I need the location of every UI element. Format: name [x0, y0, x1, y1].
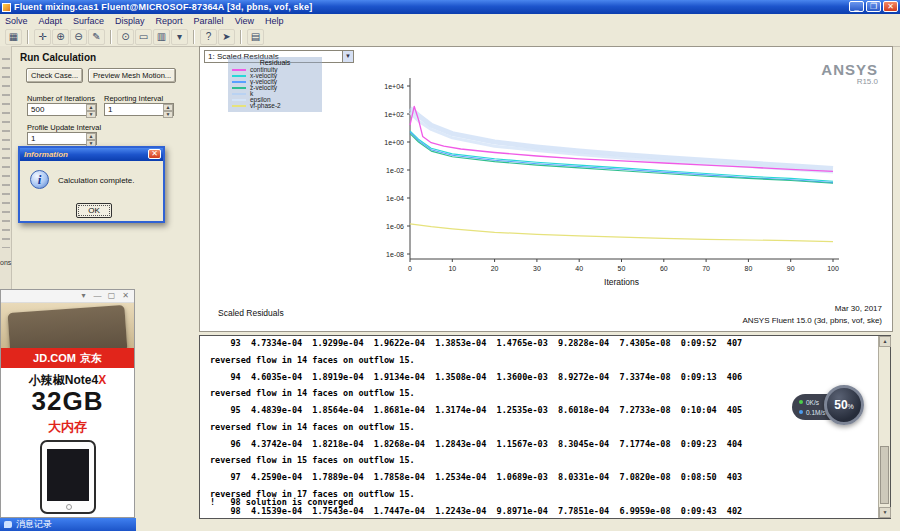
taskbar-item-label: 消息记录: [16, 518, 52, 531]
pencil-annotate-icon[interactable]: ✎: [88, 29, 105, 45]
jd-ad-popup[interactable]: ▾—▢✕ JD.COM 京东 小辣椒Note4X 32GB 大内存: [0, 289, 135, 518]
ad-minimize-icon[interactable]: —: [92, 291, 103, 302]
spin-up-icon[interactable]: ▲: [163, 104, 173, 111]
percent-ball[interactable]: 50%: [824, 385, 864, 425]
context-help-icon[interactable]: ?: [200, 29, 217, 45]
iterations-value: 500: [31, 105, 44, 114]
ad-restore-icon[interactable]: ▢: [106, 291, 117, 302]
legend-swatch-icon: [232, 105, 246, 107]
chevron-down-icon[interactable]: ▼: [342, 51, 353, 62]
x-tick-label: 80: [745, 265, 753, 272]
close-button[interactable]: ✕: [883, 1, 898, 12]
ad-close-icon[interactable]: ✕: [120, 291, 131, 302]
taskbar-message-item[interactable]: 消息记录: [0, 518, 136, 531]
preview-mesh-motion-button[interactable]: Preview Mesh Motion...: [88, 68, 176, 83]
product-name-main: 小辣椒Note4: [29, 373, 98, 387]
x-tick-label: 50: [618, 265, 626, 272]
measure-icon[interactable]: ▭: [135, 29, 152, 45]
jd-brand-en: JD.COM: [33, 352, 76, 364]
scroll-up-icon[interactable]: ▲: [879, 336, 891, 347]
network-speed-overlay[interactable]: 0K/s 0.1M/s 50%: [792, 384, 868, 428]
navigation-fragment: ons: [0, 259, 11, 266]
reporting-interval-value: 1: [108, 105, 112, 114]
x-axis-title: Iterations: [604, 277, 639, 287]
phone-screen: [47, 449, 89, 501]
case-buttons-row: Check Case... Preview Mesh Motion...: [26, 68, 176, 83]
toolbar: ▦✛⊕⊖✎⊙▭▥▾?➤▤: [0, 27, 900, 47]
percent-value: 50: [834, 398, 847, 412]
menu-bar: SolveAdaptSurfaceDisplayReportParallelVi…: [0, 14, 900, 27]
graphics-window: 1e+041e+021e+001e-021e-041e-061e-0801020…: [199, 46, 893, 332]
fluent-window: Fluent mixing.cas1 Fluent@MICROSOF-87364…: [0, 0, 900, 531]
console-line: 93 4.7334e-04 1.9299e-04 1.9622e-04 1.38…: [210, 339, 874, 347]
download-dot-icon: [799, 400, 803, 404]
legend-entry: vf-phase-2: [228, 103, 322, 109]
spin-down-icon[interactable]: ▼: [86, 111, 96, 118]
legend-label: z-velocity: [250, 85, 277, 91]
app-icon: [2, 3, 11, 12]
console-line: 97 4.2590e-04 1.7889e-04 1.7858e-04 1.25…: [210, 473, 874, 481]
iterations-input[interactable]: 500 ▲▼: [27, 103, 97, 116]
x-tick-label: 10: [448, 265, 456, 272]
panel-toggle-icon[interactable]: ▤: [247, 29, 264, 45]
check-case-button[interactable]: Check Case...: [26, 68, 83, 83]
menu-item-help[interactable]: Help: [265, 16, 284, 26]
panel-title: Run Calculation: [20, 52, 96, 63]
ok-button[interactable]: OK: [76, 203, 112, 218]
upload-dot-icon: [799, 410, 803, 414]
y-tick-label: 1e+02: [384, 111, 404, 118]
spin-up-icon[interactable]: ▲: [86, 104, 96, 111]
x-tick-label: 60: [660, 265, 668, 272]
maximize-button[interactable]: ❐: [866, 1, 881, 12]
menu-item-display[interactable]: Display: [115, 16, 145, 26]
legend-swatch-icon: [232, 93, 246, 95]
y-tick-label: 1e+04: [384, 83, 404, 90]
profile-update-interval-input[interactable]: 1 ▲▼: [27, 132, 97, 145]
navigation-pane-clipped[interactable]: ons: [0, 46, 12, 290]
scrollbar-thumb[interactable]: [880, 446, 889, 504]
console-scrollbar[interactable]: ▲ ▼: [878, 336, 890, 518]
menu-item-view[interactable]: View: [235, 16, 254, 26]
menu-item-adapt[interactable]: Adapt: [39, 16, 63, 26]
x-tick-label: 90: [787, 265, 795, 272]
toolbar-separator: [110, 30, 112, 44]
percent-sign: %: [848, 403, 854, 410]
information-dialog: Information ✕ i Calculation complete. OK: [18, 146, 165, 223]
jd-brand-banner: JD.COM 京东: [1, 348, 134, 368]
iterations-label: Number of Iterations: [27, 94, 95, 103]
legend-title: Residuals: [228, 59, 322, 66]
spin-up-icon[interactable]: ▲: [86, 133, 96, 140]
menu-item-report[interactable]: Report: [156, 16, 183, 26]
menu-item-parallel[interactable]: Parallel: [194, 16, 224, 26]
dialog-title-bar[interactable]: Information ✕: [20, 148, 163, 161]
x-tick-label: 40: [575, 265, 583, 272]
pointer-icon[interactable]: ➤: [218, 29, 235, 45]
legend-swatch-icon: [232, 99, 246, 101]
title-bar[interactable]: Fluent mixing.cas1 Fluent@MICROSOF-87364…: [0, 0, 900, 14]
console-output[interactable]: 93 4.7334e-04 1.9299e-04 1.9622e-04 1.38…: [199, 335, 891, 519]
minimize-button[interactable]: _: [849, 1, 864, 12]
zoom-tool-icon[interactable]: ⊙: [117, 29, 134, 45]
legend-swatch-icon: [232, 87, 246, 89]
ad-collapse-icon[interactable]: ▾: [78, 291, 89, 302]
toolbar-separator: [193, 30, 195, 44]
view-list-dropdown-icon[interactable]: ▾: [171, 29, 188, 45]
zoom-out-icon[interactable]: ⊖: [70, 29, 87, 45]
scroll-down-icon[interactable]: ▼: [879, 507, 891, 518]
spin-down-icon[interactable]: ▼: [163, 111, 173, 118]
legend-swatch-icon: [232, 75, 246, 77]
reporting-interval-input[interactable]: 1 ▲▼: [104, 103, 174, 116]
console-line: reversed flow in 14 faces on outflow 15.: [210, 356, 874, 364]
dialog-close-icon[interactable]: ✕: [148, 149, 161, 159]
x-tick-label: 20: [491, 265, 499, 272]
console-line: reversed flow in 14 faces on outflow 15.: [210, 423, 874, 431]
profile-update-interval-value: 1: [31, 134, 35, 143]
display-grid-icon[interactable]: ▥: [153, 29, 170, 45]
zoom-in-icon[interactable]: ⊕: [52, 29, 69, 45]
menu-item-surface[interactable]: Surface: [73, 16, 104, 26]
pan-icon[interactable]: ✛: [34, 29, 51, 45]
save-case-icon[interactable]: ▦: [5, 29, 22, 45]
menu-item-solve[interactable]: Solve: [5, 16, 28, 26]
phone-box-image: [8, 305, 128, 348]
phone-home-button: [66, 504, 72, 510]
